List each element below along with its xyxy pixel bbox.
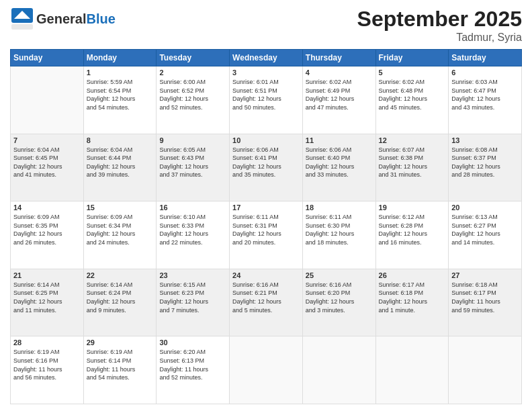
table-row: 10Sunrise: 6:06 AM Sunset: 6:41 PM Dayli… <box>230 134 303 201</box>
table-row: 12Sunrise: 6:07 AM Sunset: 6:38 PM Dayli… <box>375 134 449 201</box>
day-number: 24 <box>232 271 300 279</box>
day-info: Sunrise: 6:11 AM Sunset: 6:30 PM Dayligh… <box>306 213 373 246</box>
table-row: 26Sunrise: 6:17 AM Sunset: 6:18 PM Dayli… <box>375 269 449 336</box>
table-row: 24Sunrise: 6:16 AM Sunset: 6:21 PM Dayli… <box>230 269 303 336</box>
table-row <box>302 336 375 404</box>
calendar-row: 14Sunrise: 6:09 AM Sunset: 6:35 PM Dayli… <box>11 201 522 269</box>
table-row <box>230 336 303 404</box>
day-info: Sunrise: 6:03 AM Sunset: 6:47 PM Dayligh… <box>451 78 519 111</box>
day-number: 12 <box>379 136 446 144</box>
col-wednesday: Wednesday <box>230 50 303 66</box>
table-row: 30Sunrise: 6:20 AM Sunset: 6:13 PM Dayli… <box>157 336 230 404</box>
table-row: 6Sunrise: 6:03 AM Sunset: 6:47 PM Daylig… <box>449 66 522 134</box>
day-number: 15 <box>87 203 154 212</box>
calendar-row: 21Sunrise: 6:14 AM Sunset: 6:25 PM Dayli… <box>11 269 522 336</box>
table-row: 23Sunrise: 6:15 AM Sunset: 6:23 PM Dayli… <box>157 269 230 336</box>
table-row: 28Sunrise: 6:19 AM Sunset: 6:16 PM Dayli… <box>11 336 84 404</box>
day-number: 28 <box>13 338 81 347</box>
table-row: 15Sunrise: 6:09 AM Sunset: 6:34 PM Dayli… <box>83 201 157 269</box>
day-number: 27 <box>451 271 519 279</box>
logo-icon <box>10 7 34 31</box>
table-row: 27Sunrise: 6:18 AM Sunset: 6:17 PM Dayli… <box>449 269 522 336</box>
day-info: Sunrise: 6:13 AM Sunset: 6:27 PM Dayligh… <box>451 213 519 246</box>
day-info: Sunrise: 6:18 AM Sunset: 6:17 PM Dayligh… <box>451 281 519 314</box>
day-info: Sunrise: 6:02 AM Sunset: 6:49 PM Dayligh… <box>306 78 373 111</box>
day-info: Sunrise: 6:16 AM Sunset: 6:20 PM Dayligh… <box>306 281 373 314</box>
day-info: Sunrise: 6:16 AM Sunset: 6:21 PM Dayligh… <box>232 281 300 314</box>
table-row: 1Sunrise: 5:59 AM Sunset: 6:54 PM Daylig… <box>83 66 157 134</box>
day-number: 18 <box>306 203 373 212</box>
day-info: Sunrise: 5:59 AM Sunset: 6:54 PM Dayligh… <box>87 78 154 111</box>
col-monday: Monday <box>83 50 157 66</box>
col-saturday: Saturday <box>449 50 522 66</box>
day-number: 4 <box>306 68 373 77</box>
table-row <box>375 336 449 404</box>
logo: GeneralBlue <box>10 7 116 31</box>
logo-general: General <box>36 11 86 26</box>
table-row: 11Sunrise: 6:06 AM Sunset: 6:40 PM Dayli… <box>302 134 375 201</box>
calendar-header-row: Sunday Monday Tuesday Wednesday Thursday… <box>11 50 522 66</box>
table-row: 29Sunrise: 6:19 AM Sunset: 6:14 PM Dayli… <box>83 336 157 404</box>
day-number: 13 <box>451 136 519 144</box>
day-number: 8 <box>87 136 154 144</box>
logo-blue: Blue <box>86 11 115 26</box>
table-row: 4Sunrise: 6:02 AM Sunset: 6:49 PM Daylig… <box>302 66 375 134</box>
day-info: Sunrise: 6:04 AM Sunset: 6:45 PM Dayligh… <box>13 146 81 179</box>
table-row: 20Sunrise: 6:13 AM Sunset: 6:27 PM Dayli… <box>449 201 522 269</box>
day-number: 29 <box>87 338 154 347</box>
table-row: 22Sunrise: 6:14 AM Sunset: 6:24 PM Dayli… <box>83 269 157 336</box>
day-number: 5 <box>379 68 446 77</box>
page: GeneralBlue September 2025 Tadmur, Syria… <box>0 0 532 411</box>
day-info: Sunrise: 6:02 AM Sunset: 6:48 PM Dayligh… <box>379 78 446 111</box>
table-row: 17Sunrise: 6:11 AM Sunset: 6:31 PM Dayli… <box>230 201 303 269</box>
day-number: 1 <box>87 68 154 77</box>
day-info: Sunrise: 6:15 AM Sunset: 6:23 PM Dayligh… <box>159 281 226 314</box>
calendar-row: 1Sunrise: 5:59 AM Sunset: 6:54 PM Daylig… <box>11 66 522 134</box>
calendar-row: 7Sunrise: 6:04 AM Sunset: 6:45 PM Daylig… <box>11 134 522 201</box>
day-info: Sunrise: 6:20 AM Sunset: 6:13 PM Dayligh… <box>159 348 226 381</box>
day-number: 3 <box>232 68 300 77</box>
day-info: Sunrise: 6:01 AM Sunset: 6:51 PM Dayligh… <box>232 78 300 111</box>
day-info: Sunrise: 6:05 AM Sunset: 6:43 PM Dayligh… <box>159 146 226 179</box>
table-row: 3Sunrise: 6:01 AM Sunset: 6:51 PM Daylig… <box>230 66 303 134</box>
day-info: Sunrise: 6:19 AM Sunset: 6:14 PM Dayligh… <box>87 348 154 381</box>
day-number: 21 <box>13 271 81 279</box>
day-info: Sunrise: 6:00 AM Sunset: 6:52 PM Dayligh… <box>159 78 226 111</box>
table-row: 25Sunrise: 6:16 AM Sunset: 6:20 PM Dayli… <box>302 269 375 336</box>
table-row: 16Sunrise: 6:10 AM Sunset: 6:33 PM Dayli… <box>157 201 230 269</box>
calendar-title: September 2025 <box>357 7 522 32</box>
table-row <box>11 66 84 134</box>
table-row: 2Sunrise: 6:00 AM Sunset: 6:52 PM Daylig… <box>157 66 230 134</box>
day-info: Sunrise: 6:10 AM Sunset: 6:33 PM Dayligh… <box>159 213 226 246</box>
table-row: 19Sunrise: 6:12 AM Sunset: 6:28 PM Dayli… <box>375 201 449 269</box>
table-row: 13Sunrise: 6:08 AM Sunset: 6:37 PM Dayli… <box>449 134 522 201</box>
day-number: 22 <box>87 271 154 279</box>
title-block: September 2025 Tadmur, Syria <box>357 7 522 44</box>
day-info: Sunrise: 6:17 AM Sunset: 6:18 PM Dayligh… <box>379 281 446 314</box>
col-thursday: Thursday <box>302 50 375 66</box>
day-info: Sunrise: 6:06 AM Sunset: 6:41 PM Dayligh… <box>232 146 300 179</box>
day-info: Sunrise: 6:14 AM Sunset: 6:24 PM Dayligh… <box>87 281 154 314</box>
table-row: 9Sunrise: 6:05 AM Sunset: 6:43 PM Daylig… <box>157 134 230 201</box>
day-info: Sunrise: 6:09 AM Sunset: 6:35 PM Dayligh… <box>13 213 81 246</box>
day-number: 14 <box>13 203 81 212</box>
table-row: 8Sunrise: 6:04 AM Sunset: 6:44 PM Daylig… <box>83 134 157 201</box>
calendar-table: Sunday Monday Tuesday Wednesday Thursday… <box>10 49 522 404</box>
day-number: 30 <box>159 338 226 347</box>
day-number: 6 <box>451 68 519 77</box>
day-number: 16 <box>159 203 226 212</box>
day-number: 25 <box>306 271 373 279</box>
table-row: 5Sunrise: 6:02 AM Sunset: 6:48 PM Daylig… <box>375 66 449 134</box>
svg-rect-2 <box>11 24 33 30</box>
col-sunday: Sunday <box>11 50 84 66</box>
day-info: Sunrise: 6:14 AM Sunset: 6:25 PM Dayligh… <box>13 281 81 314</box>
day-info: Sunrise: 6:04 AM Sunset: 6:44 PM Dayligh… <box>87 146 154 179</box>
day-number: 9 <box>159 136 226 144</box>
day-number: 11 <box>306 136 373 144</box>
table-row: 21Sunrise: 6:14 AM Sunset: 6:25 PM Dayli… <box>11 269 84 336</box>
col-tuesday: Tuesday <box>157 50 230 66</box>
day-number: 7 <box>13 136 81 144</box>
day-number: 26 <box>379 271 446 279</box>
day-number: 10 <box>232 136 300 144</box>
table-row <box>449 336 522 404</box>
